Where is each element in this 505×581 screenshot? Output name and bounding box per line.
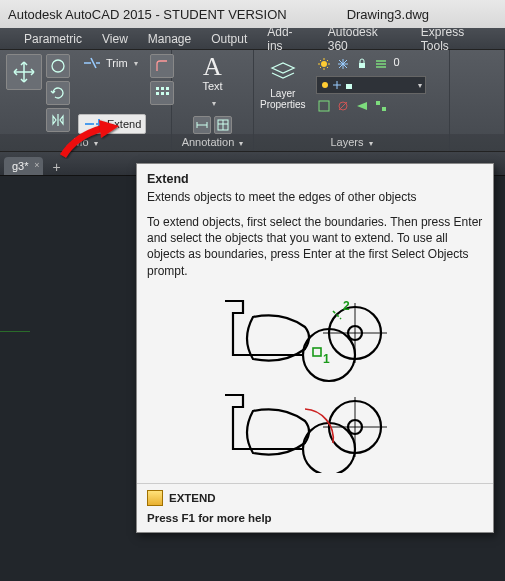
layers-toolbar: 0 xyxy=(316,56,426,72)
lock-icon[interactable] xyxy=(354,56,370,72)
text-button[interactable]: A Text ▾ xyxy=(202,54,222,110)
panel-extra xyxy=(450,50,505,151)
layer-properties-label: Layer Properties xyxy=(260,88,306,110)
layer-properties-icon xyxy=(268,56,298,86)
layer-walk-icon[interactable] xyxy=(373,98,389,114)
light-on-icon[interactable] xyxy=(316,56,332,72)
layer-properties-button[interactable]: Layer Properties xyxy=(260,56,306,110)
menu-expresstools[interactable]: Express Tools xyxy=(411,25,505,53)
command-icon xyxy=(147,490,163,506)
app-title: Autodesk AutoCAD 2015 - STUDENT VERSION xyxy=(8,7,287,22)
panel-layers: Layer Properties 0 ▾ xyxy=(254,50,450,151)
svg-rect-14 xyxy=(376,101,380,105)
mirror-icon[interactable] xyxy=(46,108,70,132)
rotate-icon[interactable] xyxy=(46,81,70,105)
menu-autodesk360[interactable]: Autodesk 360 xyxy=(318,25,411,53)
fillet-icon[interactable] xyxy=(150,54,174,78)
trim-label: Trim xyxy=(106,57,128,69)
layer-iso-icon[interactable] xyxy=(316,98,332,114)
tooltip-title: Extend xyxy=(137,164,493,190)
svg-rect-15 xyxy=(382,107,386,111)
trim-button[interactable]: Trim ▾ xyxy=(78,54,146,72)
layer-match-icon[interactable] xyxy=(373,56,389,72)
freeze-icon[interactable] xyxy=(335,56,351,72)
svg-rect-3 xyxy=(166,87,169,90)
svg-point-8 xyxy=(321,61,327,67)
svg-rect-6 xyxy=(166,92,169,95)
circle-icon[interactable] xyxy=(46,54,70,78)
tooltip-help: Press F1 for more help xyxy=(137,510,493,532)
menu-view[interactable]: View xyxy=(92,32,138,46)
illus-num-1: 1 xyxy=(323,352,330,366)
panel-modify: Trim ▾ Extend Mo ▾ xyxy=(0,50,172,151)
extend-button[interactable]: Extend xyxy=(78,114,146,134)
panel-annotation: A Text ▾ Annotation ▾ xyxy=(172,50,254,151)
tooltip-body: To extend objects, first select the boun… xyxy=(137,214,493,289)
text-label: Text xyxy=(202,80,222,92)
svg-rect-2 xyxy=(161,87,164,90)
close-icon[interactable]: × xyxy=(34,160,39,170)
tooltip-illustration: 2 1 xyxy=(137,289,493,483)
layer-name-hint: 0 xyxy=(394,56,400,72)
panel-layers-label: Layers xyxy=(330,136,363,148)
tooltip-command-row: EXTEND xyxy=(137,483,493,510)
ucs-y-axis xyxy=(0,331,30,332)
illus-num-2: 2 xyxy=(343,299,350,313)
layer-prev-icon[interactable] xyxy=(354,98,370,114)
svg-point-10 xyxy=(322,82,328,88)
new-tab-button[interactable]: + xyxy=(45,159,69,175)
tooltip-command: EXTEND xyxy=(169,492,216,504)
svg-rect-4 xyxy=(156,92,159,95)
document-name: Drawing3.dwg xyxy=(347,7,429,22)
extend-icon xyxy=(83,117,103,131)
document-tab[interactable]: g3* × xyxy=(4,157,43,175)
chevron-down-icon: ▾ xyxy=(418,81,422,90)
svg-rect-1 xyxy=(156,87,159,90)
menu-output[interactable]: Output xyxy=(201,32,257,46)
extend-label: Extend xyxy=(107,118,141,130)
svg-rect-5 xyxy=(161,92,164,95)
layer-combo[interactable]: ▾ xyxy=(316,76,426,94)
menu-bar: Parametric View Manage Output Add-ins Au… xyxy=(0,28,505,50)
table-icon[interactable] xyxy=(214,116,232,134)
document-tab-label: g3* xyxy=(12,160,29,172)
menu-parametric[interactable]: Parametric xyxy=(14,32,92,46)
trim-icon xyxy=(82,56,102,70)
svg-rect-11 xyxy=(346,84,352,89)
array-icon[interactable] xyxy=(150,81,174,105)
svg-rect-18 xyxy=(313,348,321,356)
trim-dropdown-icon: ▾ xyxy=(134,59,138,68)
tooltip-subtitle: Extends objects to meet the edges of oth… xyxy=(137,190,493,214)
svg-rect-9 xyxy=(359,63,365,68)
panel-annotation-label: Annotation xyxy=(182,136,235,148)
layer-off-icon[interactable] xyxy=(335,98,351,114)
panel-modify-label: Mo xyxy=(73,136,88,148)
svg-point-0 xyxy=(52,60,64,72)
menu-addins[interactable]: Add-ins xyxy=(257,25,318,53)
ribbon: Trim ▾ Extend Mo ▾ A Text ▾ xyxy=(0,50,505,152)
tooltip-extend: Extend Extends objects to meet the edges… xyxy=(136,163,494,533)
menu-manage[interactable]: Manage xyxy=(138,32,201,46)
move-icon[interactable] xyxy=(6,54,42,90)
svg-rect-12 xyxy=(319,101,329,111)
dimension-icon[interactable] xyxy=(193,116,211,134)
